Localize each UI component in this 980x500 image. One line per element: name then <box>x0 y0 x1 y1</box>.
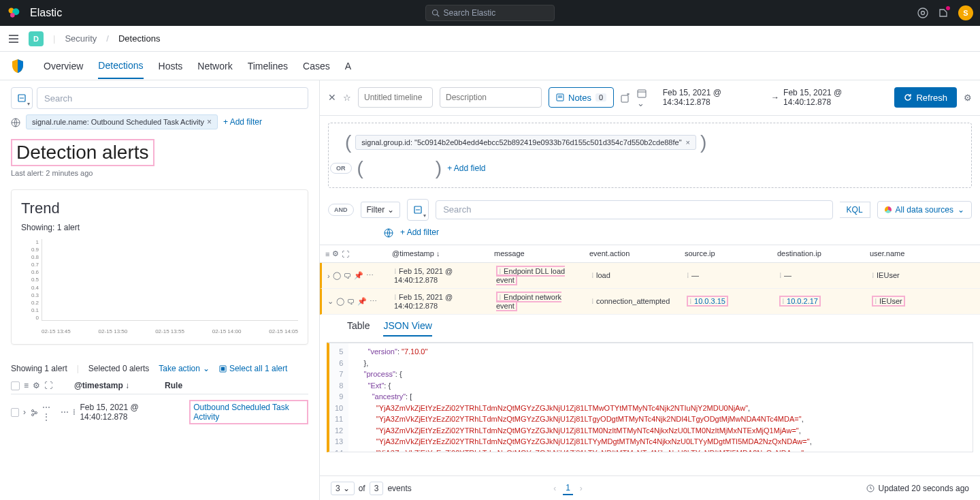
kql-toggle[interactable]: KQL <box>840 202 870 218</box>
take-action-dropdown[interactable]: Take action ⌄ <box>159 364 210 373</box>
nav-tab-timelines[interactable]: Timelines <box>248 54 288 78</box>
pager-prev-icon[interactable]: ‹ <box>553 484 556 493</box>
col-header-sip[interactable]: source.ip <box>679 245 772 262</box>
space-badge[interactable]: D <box>29 31 44 46</box>
global-search[interactable]: Search Elastic <box>425 5 555 21</box>
filter-options-icon[interactable] <box>11 116 20 127</box>
close-timeline-icon[interactable]: ✕ <box>328 92 336 103</box>
grid-settings-icon[interactable]: ⚙ <box>332 249 339 258</box>
trend-chart: 10.90.80.70.60.50.40.30.20.10 02-15 13:4… <box>21 239 298 334</box>
total-count: 3 <box>370 482 384 495</box>
col-rule[interactable]: Rule <box>165 381 182 390</box>
filter-options-icon-2[interactable] <box>384 228 393 238</box>
resolver-icon[interactable]: ⋯⋮ <box>42 403 57 422</box>
nav-tab-detections[interactable]: Detections <box>98 53 143 79</box>
select-all-link[interactable]: Select all 1 alert <box>219 364 287 373</box>
pin-icon[interactable]: 📌 <box>354 271 363 280</box>
svg-line-18 <box>33 411 35 412</box>
detail-tab-table[interactable]: Table <box>347 320 370 337</box>
date-range[interactable]: Feb 15, 2021 @ 14:34:12.878 → Feb 15, 20… <box>663 88 888 107</box>
row-rule-link[interactable]: Outbound Scheduled Task Activity <box>189 400 308 424</box>
grid-list-icon[interactable]: ≡ <box>325 250 329 258</box>
top-bar: Elastic Search Elastic S <box>0 0 980 26</box>
user-avatar[interactable]: S <box>958 5 973 20</box>
pager-next-icon[interactable]: › <box>580 484 583 493</box>
analyze-icon[interactable]: ◯ <box>333 271 341 280</box>
pin-icon[interactable]: 📌 <box>357 297 367 306</box>
svg-rect-26 <box>638 90 646 97</box>
timeline-add-filter[interactable]: + Add filter <box>400 228 439 237</box>
breadcrumb-parent[interactable]: Security <box>65 33 97 44</box>
column-settings-icon[interactable]: ⚙ <box>33 381 40 390</box>
column-list-icon[interactable]: ≡ <box>24 381 29 390</box>
timeline-desc-input[interactable] <box>440 87 542 108</box>
event-row-2[interactable]: ⌄ ◯ 🗨 📌 ⋯ ⁞ Feb 15, 2021 @ 14:40:12.878 … <box>320 289 980 315</box>
nav-tab-admin[interactable]: A <box>345 54 351 78</box>
timeline-pane: ✕ ☆ Notes0 ⌄ Feb 15, 2021 @ 14:34:12.878… <box>320 80 980 500</box>
trend-title: Trend <box>21 200 298 217</box>
timeline-search-input[interactable]: Search <box>436 200 832 219</box>
data-source-indicator-icon <box>885 206 892 213</box>
security-nav-tabs: Overview Detections Hosts Network Timeli… <box>0 52 980 80</box>
filter-pill-rule[interactable]: signal.rule.name: Outbound Scheduled Tas… <box>26 114 218 129</box>
alerts-pane: Search signal.rule.name: Outbound Schedu… <box>0 80 320 500</box>
filter-pill-remove-icon[interactable]: × <box>207 117 212 127</box>
date-picker-icon[interactable]: ⌄ <box>637 87 656 108</box>
col-timestamp[interactable]: @timestamp ↓ <box>74 381 129 390</box>
query-pill-group[interactable]: signal.group.id: "5c0914b2e0b4edd4ebcc52… <box>355 135 696 150</box>
grid-fullscreen-icon[interactable]: ⛶ <box>342 250 349 258</box>
nav-toggle-icon[interactable] <box>8 33 19 44</box>
nav-tab-network[interactable]: Network <box>197 54 232 78</box>
svg-line-19 <box>33 413 35 414</box>
notes-icon[interactable]: 🗨 <box>344 272 351 280</box>
svg-rect-23 <box>621 95 628 102</box>
timeline-footer: 3 ⌄ of 3 events ‹ 1 › Updated 20 seconds… <box>320 475 980 500</box>
expand-row-icon[interactable]: › <box>23 407 26 417</box>
nav-tab-cases[interactable]: Cases <box>303 54 330 78</box>
page-size-selector[interactable]: 3 ⌄ <box>331 482 355 495</box>
select-all-checkbox[interactable] <box>11 381 20 390</box>
detail-tab-json[interactable]: JSON View <box>383 320 431 337</box>
filter-mode-dropdown[interactable]: Filter ⌄ <box>361 202 401 218</box>
more-icon[interactable]: ⋯ <box>366 271 374 280</box>
data-sources-button[interactable]: All data sources ⌄ <box>877 201 972 219</box>
event-row-1[interactable]: › ◯ 🗨 📌 ⋯ ⁞ Feb 15, 2021 @ 14:40:12.878 … <box>320 263 980 289</box>
col-header-timestamp[interactable]: @timestamp ↓ <box>387 245 489 262</box>
notes-button[interactable]: Notes0 <box>549 87 614 108</box>
collapse-icon[interactable]: ⌄ <box>327 297 333 306</box>
add-filter-link[interactable]: + Add filter <box>223 117 262 127</box>
add-field-link[interactable]: + Add field <box>447 163 485 173</box>
nav-tab-hosts[interactable]: Hosts <box>159 54 183 78</box>
refresh-button[interactable]: Refresh <box>894 87 957 108</box>
analyze-icon[interactable] <box>30 407 38 417</box>
col-header-message[interactable]: message <box>489 245 584 262</box>
query-options-button[interactable] <box>11 87 33 109</box>
search-input[interactable]: Search <box>37 87 308 109</box>
timeline-settings-icon[interactable]: ⚙ <box>964 93 972 103</box>
more-actions-icon[interactable]: ⋯ <box>61 407 69 417</box>
timeline-title-input[interactable] <box>358 87 433 108</box>
pager-current[interactable]: 1 <box>563 482 573 495</box>
help-icon[interactable] <box>917 7 928 19</box>
more-icon[interactable]: ⋯ <box>370 297 377 306</box>
col-header-user[interactable]: user.name <box>864 245 980 262</box>
query-pill-remove-icon[interactable]: × <box>686 138 690 146</box>
row-checkbox[interactable] <box>11 408 19 417</box>
page-subtitle: Last alert: 2 minutes ago <box>11 169 308 177</box>
column-fullscreen-icon[interactable]: ⛶ <box>44 381 52 390</box>
detail-tabs: Table JSON View <box>327 315 973 343</box>
col-header-dip[interactable]: destination.ip <box>772 245 864 262</box>
row-timestamp: Feb 15, 2021 @ 14:40:12.878 <box>80 403 177 422</box>
col-header-action[interactable]: event.action <box>584 245 679 262</box>
favorite-icon[interactable]: ☆ <box>343 93 351 103</box>
expand-icon[interactable]: › <box>327 272 330 280</box>
nav-tab-overview[interactable]: Overview <box>44 54 83 78</box>
new-timeline-icon[interactable] <box>621 93 630 104</box>
news-icon[interactable] <box>938 7 949 19</box>
query-options-button-2[interactable] <box>407 199 429 221</box>
analyze-icon[interactable]: ◯ <box>336 297 344 306</box>
showing-count: Showing 1 alert <box>11 364 67 373</box>
elastic-logo <box>7 6 20 20</box>
alert-row[interactable]: › ⋯⋮ ⋯ ⁞ Feb 15, 2021 @ 14:40:12.878 Out… <box>11 394 308 430</box>
notes-icon[interactable]: 🗨 <box>347 298 355 306</box>
